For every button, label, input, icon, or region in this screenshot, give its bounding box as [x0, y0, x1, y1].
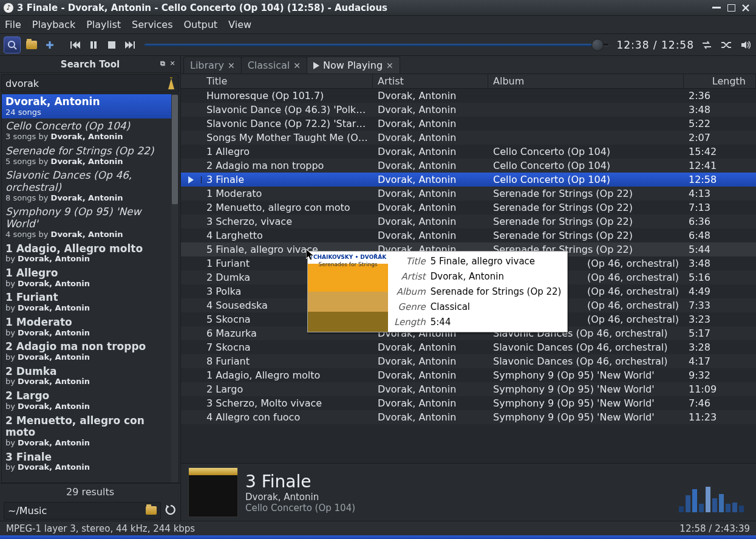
close-button[interactable]: [739, 2, 752, 13]
stop-button[interactable]: [104, 38, 119, 52]
window-highlight: [0, 535, 756, 539]
tab-library[interactable]: Library✕: [183, 57, 242, 74]
prev-track-button[interactable]: [68, 38, 83, 52]
repeat-button[interactable]: [700, 38, 713, 52]
playlist-row[interactable]: 3 Scherzo, Molto vivaceDvorak, AntoninSy…: [181, 396, 756, 410]
playlist-columns: Title Artist Album Length: [181, 74, 756, 89]
search-result-item[interactable]: 1 Adagio, Allegro moltoby Dvorak, Antoni…: [2, 241, 179, 266]
menu-playback[interactable]: Playback: [32, 19, 75, 30]
tooltip-value: Dvorak, Antonin: [431, 271, 562, 282]
svg-rect-8: [70, 41, 72, 49]
now-playing-artist: Dvorak, Antonin: [245, 492, 355, 503]
menu-playlist[interactable]: Playlist: [86, 19, 121, 30]
open-folder-button[interactable]: [24, 38, 39, 52]
search-sidebar: Search Tool ⧉ ✕ Dvorak, Antonin24 songsC…: [0, 56, 181, 521]
search-result-item[interactable]: 2 Largoby Dvorak, Antonin: [2, 388, 179, 413]
add-files-button[interactable]: [43, 38, 57, 52]
now-playing-art: [188, 467, 238, 517]
playlist-row[interactable]: 1 AllegroDvorak, AntoninCello Concerto (…: [181, 145, 756, 159]
menu-view[interactable]: View: [228, 19, 251, 30]
col-album[interactable]: Album: [488, 74, 684, 88]
search-result-item[interactable]: Dvorak, Antonin24 songs: [2, 94, 179, 118]
shuffle-button[interactable]: [720, 38, 733, 52]
next-track-button[interactable]: [123, 38, 137, 52]
tab-close-icon[interactable]: ✕: [228, 61, 235, 70]
minimize-button[interactable]: [710, 2, 723, 13]
playlist-row[interactable]: Slavonic Dance (Op 72.2) 'Star…Dvorak, A…: [181, 117, 756, 131]
playlist-row[interactable]: 2 Menuetto, allegro con motoDvorak, Anto…: [181, 201, 756, 215]
search-result-item[interactable]: Slavonic Dances (Op 46, orchestral)8 son…: [2, 168, 179, 204]
playlist-row[interactable]: Songs My Mother Taught Me (O…Dvorak, Ant…: [181, 131, 756, 145]
svg-line-5: [14, 47, 16, 49]
status-time: 12:58 / 2:43:39: [679, 523, 750, 534]
svg-marker-18: [168, 78, 174, 89]
search-result-item[interactable]: Cello Concerto (Op 104)3 songs by Dvorak…: [2, 118, 179, 143]
col-title[interactable]: Title: [202, 74, 373, 88]
svg-point-4: [9, 41, 15, 47]
col-length[interactable]: Length: [684, 74, 756, 88]
sidebar-title: Search Tool ⧉ ✕: [0, 56, 180, 73]
now-playing-title: 3 Finale: [245, 472, 355, 492]
playlist-row[interactable]: 2 Adagio ma non troppoDvorak, AntoninCel…: [181, 159, 756, 173]
playlist-row[interactable]: 3 FinaleDvorak, AntoninCello Concerto (O…: [181, 173, 756, 187]
svg-marker-17: [741, 41, 746, 49]
playlist-row[interactable]: 2 LargoDvorak, AntoninSymphony 9 (Op 95)…: [181, 382, 756, 396]
search-input[interactable]: [2, 78, 164, 89]
tooltip-key: Artist: [394, 271, 426, 282]
svg-marker-20: [166, 505, 169, 509]
search-result-item[interactable]: Serenade for Strings (Op 22)5 songs by D…: [2, 143, 179, 168]
search-result-item[interactable]: 2 Adagio ma non troppoby Dvorak, Antonin: [2, 339, 179, 363]
tab-close-icon[interactable]: ✕: [386, 61, 393, 70]
search-result-item[interactable]: 1 Allegroby Dvorak, Antonin: [2, 266, 179, 290]
menubar: FilePlaybackPlaylistServicesOutputView: [0, 16, 756, 34]
playlist-row[interactable]: Slavonic Dance (Op 46.3) 'Polk…Dvorak, A…: [181, 103, 756, 117]
menu-file[interactable]: File: [5, 19, 21, 30]
maximize-button[interactable]: [724, 2, 738, 13]
playlist-row[interactable]: Humoresque (Op 101.7)Dvorak, Antonin2:36: [181, 89, 756, 103]
svg-rect-0: [712, 7, 721, 9]
library-path-input[interactable]: ~/Music: [4, 502, 161, 520]
sidebar-close-button[interactable]: ✕: [168, 59, 177, 67]
search-result-item[interactable]: 2 Dumkaby Dvorak, Antonin: [2, 364, 179, 388]
search-results-list[interactable]: Dvorak, Antonin24 songsCello Concerto (O…: [1, 94, 179, 483]
now-playing-album: Cello Concerto (Op 104): [245, 503, 355, 513]
playlist-row[interactable]: 8 FuriantDvorak, AntoninSlavonic Dances …: [181, 354, 756, 368]
tab-close-icon[interactable]: ✕: [293, 61, 301, 70]
search-result-item[interactable]: 1 Moderatoby Dvorak, Antonin: [2, 315, 179, 339]
sidebar-scrollbar[interactable]: [171, 94, 179, 482]
folder-icon: [146, 506, 157, 515]
playlist-row[interactable]: 3 Scherzo, vivaceDvorak, AntoninSerenade…: [181, 215, 756, 228]
svg-rect-12: [94, 41, 97, 49]
status-codec: MPEG-1 layer 3, stereo, 44 kHz, 244 kbps: [6, 523, 195, 534]
clear-search-button[interactable]: [164, 76, 179, 91]
menu-services[interactable]: Services: [132, 19, 172, 30]
tooltip-value: 5:44: [431, 317, 562, 328]
pause-button[interactable]: [86, 38, 101, 52]
search-result-item[interactable]: 3 Finaleby Dvorak, Antonin: [2, 450, 179, 474]
tooltip-key: Length: [394, 317, 426, 328]
playlist-row[interactable]: 4 Allegro con fuocoDvorak, AntoninSympho…: [181, 410, 756, 424]
playlist-row[interactable]: 7 SkocnaDvorak, AntoninSlavonic Dances (…: [181, 340, 756, 354]
search-result-item[interactable]: 1 Furiantby Dvorak, Antonin: [2, 290, 179, 314]
playlist-row[interactable]: 4 LarghettoDvorak, AntoninSerenade for S…: [181, 228, 756, 242]
refresh-library-button[interactable]: [165, 504, 177, 518]
svg-marker-9: [72, 41, 77, 49]
seek-slider[interactable]: [145, 41, 609, 49]
search-tool-button[interactable]: [4, 36, 21, 53]
tooltip-value: Serenade for Strings (Op 22): [431, 286, 562, 297]
menu-output[interactable]: Output: [184, 19, 218, 30]
tab-now-playing[interactable]: Now Playing✕: [307, 57, 400, 74]
search-result-item[interactable]: 2 Menuetto, allegro con motoby Dvorak, A…: [2, 413, 179, 450]
play-icon: [313, 62, 319, 69]
tooltip-key: Album: [394, 286, 426, 297]
tooltip-key: Title: [394, 256, 426, 267]
search-result-item[interactable]: Symphony 9 (Op 95) 'New World'4 songs by…: [2, 204, 179, 241]
volume-button[interactable]: [739, 38, 752, 52]
toolbar: 12:38 / 12:58: [0, 34, 756, 56]
playlist-row[interactable]: 1 Adagio, Allegro moltoDvorak, AntoninSy…: [181, 368, 756, 382]
sidebar-undock-button[interactable]: ⧉: [158, 59, 167, 67]
tab-classical[interactable]: Classical✕: [241, 57, 307, 74]
playlist-row[interactable]: 1 ModeratoDvorak, AntoninSerenade for St…: [181, 187, 756, 201]
window-titlebar: ♪ 3 Finale - Dvorak, Antonin - Cello Con…: [0, 0, 756, 16]
col-artist[interactable]: Artist: [373, 74, 488, 88]
